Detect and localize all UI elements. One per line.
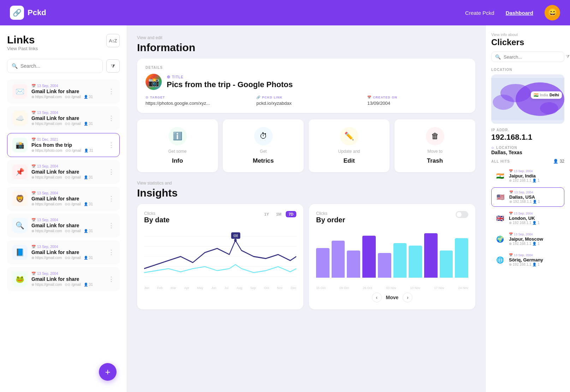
bar <box>409 246 422 278</box>
link-name: Gmail Link for share <box>31 223 104 228</box>
move-prev-button[interactable]: ‹ <box>372 293 382 302</box>
chart-x-labels: JanFebMarAprMayJunJulAugSepOctNovDec <box>144 286 296 290</box>
link-icon: 📘 <box>12 245 27 260</box>
clicks-by-order-card: Clicks By order 15 Oct09 Oct26 Oct03 Nov… <box>309 204 475 309</box>
title-label: ⊕ TITLE <box>167 74 293 79</box>
app-title: Pckd <box>28 8 46 17</box>
hit-flag: 🌐 <box>495 255 505 265</box>
link-url: ⊕ https://gmail.com <box>31 202 62 206</box>
link-item[interactable]: 📘 📅13 Sep, 2004 Gmail Link for share ⊕ h… <box>7 240 120 264</box>
action-card-trash[interactable]: 🗑 Move to Trash <box>394 119 475 172</box>
hits-list: 🇮🇳 📅13 Sep, 2004 Jaipur, India ⊕ 192.168… <box>491 167 564 269</box>
action-sub: Update and <box>338 149 360 154</box>
chart-tabs: 1Y 1M 7D <box>261 211 296 217</box>
move-controls: ‹ Move › <box>316 293 468 302</box>
dashboard-link[interactable]: Dashboard <box>506 10 533 16</box>
info-section-title: Information <box>137 42 475 54</box>
link-name: Gmail Link for share <box>31 196 104 201</box>
link-menu-dots[interactable]: ⋮ <box>108 88 114 95</box>
logo[interactable]: 🔗 Pckd <box>10 6 46 20</box>
hit-item[interactable]: 🌍 📅13 Sep, 2004 Jaipur, Moscow ⊕ 192.168… <box>491 230 564 248</box>
hit-city: Jaipur, Moscow <box>509 236 561 242</box>
link-menu-dots[interactable]: ⋮ <box>108 275 114 283</box>
link-item[interactable]: 📸 📅01 Dec, 2021 Pics from the trip ⊕ htt… <box>7 133 120 157</box>
link-hits: 👤 31 <box>84 122 93 126</box>
created-field: 📅 CREATED ON 13/09/2004 <box>367 96 467 106</box>
link-item[interactable]: ✉️ 📅13 Sep, 2004 Gmail Link for share ⊕ … <box>7 79 120 103</box>
link-list: ✉️ 📅13 Sep, 2004 Gmail Link for share ⊕ … <box>7 79 120 291</box>
hit-item[interactable]: 🇬🇧 📅13 Sep, 2004 London, UK ⊕ 192.168.1.… <box>491 209 564 228</box>
action-sub: Move to <box>427 149 443 154</box>
link-menu-dots[interactable]: ⋮ <box>108 195 114 203</box>
link-menu-dots[interactable]: ⋮ <box>108 114 114 122</box>
link-item[interactable]: 🦁 📅13 Sep, 2004 Gmail Link for share ⊕ h… <box>7 187 120 211</box>
search-input[interactable] <box>20 63 98 69</box>
link-alias: ⊙⊙ /gmail <box>65 149 81 152</box>
link-item[interactable]: 🔍 📅13 Sep, 2004 Gmail Link for share ⊕ h… <box>7 213 120 237</box>
hit-city: Dallas, USA <box>509 194 560 200</box>
hit-item[interactable]: 🌐 📅13 Sep, 2004 Söriq, Germany ⊕ 192.168… <box>491 251 564 269</box>
details-fields: ⊙ TARGET https://photos.google.com/xyz..… <box>146 96 467 106</box>
link-name: Gmail Link for share <box>31 89 104 94</box>
link-item[interactable]: 📌 📅13 Sep, 2004 Gmail Link for share ⊕ h… <box>7 160 120 184</box>
link-url: ⊕ https://gmail.com <box>31 175 62 179</box>
filter-clickers-icon: ⧩ <box>566 54 570 60</box>
link-icon: 📌 <box>12 164 27 179</box>
map-tooltip: 🇮🇳 India Delhi <box>531 91 562 99</box>
avatar[interactable]: 😄 <box>545 5 560 20</box>
insights-label: View statistics and <box>137 181 475 186</box>
filter-button[interactable]: ⧩ <box>106 59 120 73</box>
action-icon: ✏️ <box>340 127 358 145</box>
tab-1m[interactable]: 1M <box>273 211 284 217</box>
link-date: 📅13 Sep, 2004 <box>31 164 104 168</box>
link-alias: ⊙⊙ /gmail <box>65 283 81 287</box>
right-panel: View info about Clickers 🔍 ⧩ LOCATION � <box>485 25 570 392</box>
search-box[interactable]: 🔍 <box>7 59 103 73</box>
clickers-search[interactable]: 🔍 ⧩ <box>491 52 564 62</box>
hit-flag: 🌍 <box>495 234 505 245</box>
link-date: 📅13 Sep, 2004 <box>31 245 104 249</box>
clicks-order-sub: Clicks <box>316 211 345 216</box>
link-menu-dots[interactable]: ⋮ <box>108 168 114 176</box>
hit-item[interactable]: 🇺🇸 📅13 Sep, 2004 Dallas, USA ⊕ 192.168.1… <box>491 187 564 207</box>
link-title: Pics from the trip - Google Photos <box>167 80 293 89</box>
location-sub-label: ⊙ LOCATION <box>491 145 564 150</box>
link-menu-dots[interactable]: ⋮ <box>108 248 114 256</box>
move-next-button[interactable]: › <box>403 293 412 302</box>
link-item[interactable]: 🐸 📅13 Sep, 2004 Gmail Link for share ⊕ h… <box>7 267 120 291</box>
link-date: 📅13 Sep, 2004 <box>31 84 104 88</box>
clickers-search-input[interactable] <box>504 54 563 60</box>
action-card-metrics[interactable]: ⏱ Get Metrics <box>223 119 304 172</box>
action-card-edit[interactable]: ✏️ Update and Edit <box>309 119 390 172</box>
link-icon: ☁️ <box>12 111 27 126</box>
action-name: Info <box>172 157 183 164</box>
link-url: ⊕ https://photo.com <box>31 149 63 152</box>
target-url: https://photos.google.com/xyz... <box>146 101 245 106</box>
bar <box>332 241 345 278</box>
link-menu-dots[interactable]: ⋮ <box>108 222 114 229</box>
hit-ip: ⊕ 192.168.1.1 👤 1 <box>509 242 561 246</box>
details-label: DETAILS <box>146 66 467 70</box>
link-url: ⊕ https://gmail.com <box>31 122 62 126</box>
sort-button[interactable]: A↕Z <box>106 34 120 47</box>
chart-toggle[interactable] <box>456 211 468 218</box>
target-field: ⊙ TARGET https://photos.google.com/xyz..… <box>146 96 245 106</box>
tab-1y[interactable]: 1Y <box>261 211 272 217</box>
action-card-info[interactable]: ℹ️ Get some Info <box>137 119 218 172</box>
hit-item[interactable]: 🇮🇳 📅13 Sep, 2004 Jaipur, India ⊕ 192.168… <box>491 167 564 185</box>
tab-7d[interactable]: 7D <box>286 211 296 217</box>
link-name: Pics from the trip <box>31 142 104 148</box>
link-menu-dots[interactable]: ⋮ <box>108 141 114 149</box>
sort-icon: A↕Z <box>109 38 117 43</box>
svg-point-11 <box>493 95 514 110</box>
bar <box>347 251 360 278</box>
create-pckd-button[interactable]: Create Pckd <box>465 10 494 16</box>
add-fab-button[interactable]: + <box>99 363 117 381</box>
bar <box>316 248 329 278</box>
link-url: ⊕ https://gmail.com <box>31 256 62 260</box>
clicks-by-date-card: Clicks By date 1Y 1M 7D <box>137 204 303 309</box>
bar <box>378 253 391 278</box>
sidebar-title: Links <box>7 34 38 46</box>
link-icon: 🔍 <box>12 218 27 233</box>
link-item[interactable]: ☁️ 📅13 Sep, 2004 Gmail Link for share ⊕ … <box>7 106 120 130</box>
